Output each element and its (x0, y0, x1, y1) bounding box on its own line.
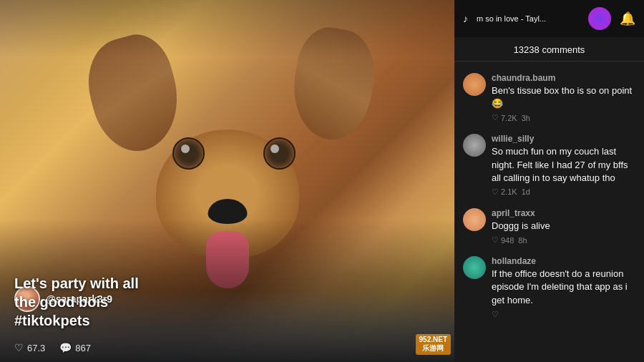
comment-icon: 💬 (59, 342, 72, 353)
comment-time: 1d (522, 187, 530, 196)
likes-count: 67.3 (27, 343, 45, 353)
comment-username: chaundra.baum (492, 73, 635, 83)
heart-icon: ♡ (492, 310, 499, 319)
comment-like[interactable]: ♡ 948 (492, 235, 514, 245)
comment-item: april_traxx Doggg is alive ♡ 948 8h (454, 202, 644, 250)
comment-meta: ♡ 7.2K 3h (492, 113, 635, 122)
comment-content: hollandaze If the office doesn't do a re… (492, 256, 635, 319)
stats-bar: ♡ 67.3 💬 867 (14, 342, 91, 353)
avatar (463, 73, 486, 96)
caption-text: Let's party with all the good bois #tikt… (14, 274, 440, 330)
comment-like[interactable]: ♡ 2.1K (492, 187, 517, 197)
avatar (463, 256, 486, 279)
comment-content: april_traxx Doggg is alive ♡ 948 8h (492, 208, 635, 245)
comments-list[interactable]: chaundra.baum Ben's tissue box tho is so… (454, 62, 644, 362)
heart-icon: ♡ (492, 113, 499, 122)
music-title: m so in love - Tayl... (477, 14, 580, 23)
comment-text: If the office doesn't do a reunion episo… (492, 268, 635, 307)
comment-like[interactable]: ♡ (492, 310, 499, 319)
avatar (463, 134, 486, 157)
comment-item: hollandaze If the office doesn't do a re… (454, 250, 644, 325)
like-count: 948 (501, 236, 514, 245)
like-count: 7.2K (501, 114, 517, 122)
comment-item: chaundra.baum Ben's tissue box tho is so… (454, 67, 644, 128)
comment-meta: ♡ 2.1K 1d (492, 187, 635, 197)
comment-username: april_traxx (492, 208, 635, 218)
profile-avatar-button[interactable] (588, 7, 611, 30)
comment-time: 8h (518, 236, 527, 245)
comment-content: chaundra.baum Ben's tissue box tho is so… (492, 73, 635, 122)
avatar (463, 208, 486, 231)
video-top-gradient (0, 0, 454, 57)
comments-panel: ♪ m so in love - Tayl... 🔔 13238 comment… (454, 0, 644, 362)
video-panel: @sarapark3r9 Let's party with all the go… (0, 0, 454, 362)
comments-header: 13238 comments (454, 37, 644, 62)
comment-content: willie_silly So much fun on my couch las… (492, 134, 635, 197)
video-caption: Let's party with all the good bois #tikt… (14, 274, 440, 330)
comment-item: willie_silly So much fun on my couch las… (454, 128, 644, 202)
comments-count: 867 (75, 343, 91, 353)
heart-icon: ♡ (14, 342, 24, 353)
top-bar: ♪ m so in love - Tayl... 🔔 (454, 0, 644, 37)
comment-meta: ♡ 948 8h (492, 235, 635, 245)
comment-text: Doggg is alive (492, 220, 635, 233)
comment-username: willie_silly (492, 134, 635, 144)
music-note-icon: ♪ (463, 13, 468, 24)
comment-like[interactable]: ♡ 7.2K (492, 113, 517, 122)
comment-meta: ♡ (492, 310, 635, 319)
like-count: 2.1K (501, 187, 517, 196)
comments-stat[interactable]: 💬 867 (59, 342, 91, 353)
dog-eye-right (263, 137, 296, 170)
comment-text: Ben's tissue box tho is so on point 😂 (492, 84, 635, 110)
notification-bell-icon[interactable]: 🔔 (620, 11, 635, 26)
comment-username: hollandaze (492, 256, 635, 266)
likes-stat[interactable]: ♡ 67.3 (14, 342, 45, 353)
heart-icon: ♡ (492, 235, 499, 245)
comment-text: So much fun on my couch last night. Felt… (492, 145, 635, 185)
comment-time: 3h (522, 114, 530, 122)
heart-icon: ♡ (492, 187, 499, 197)
